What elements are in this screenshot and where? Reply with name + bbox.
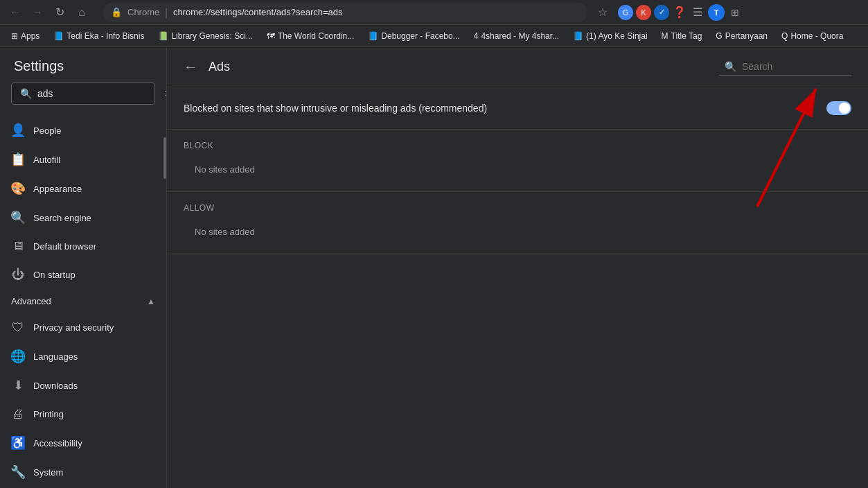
sidebar-item-label: Languages bbox=[33, 351, 78, 362]
nav-buttons: ← → ↻ ⌂ bbox=[6, 3, 91, 22]
bookmark-library[interactable]: 📗 Library Genesis: Sci... bbox=[152, 30, 258, 42]
browser-actions: ☆ G K ✓ ❓ ☰ T ⊞ bbox=[593, 3, 743, 22]
profile-avatar[interactable]: T bbox=[708, 4, 725, 21]
content-search-icon: 🔍 bbox=[725, 61, 736, 72]
sidebar-item-search-engine[interactable]: 🔍 Search engine bbox=[0, 203, 161, 232]
main-layout: Settings 🔍 × 👤 People 📋 Autofill 🎨 Appea… bbox=[0, 47, 868, 488]
sidebar-item-accessibility[interactable]: ♿ Accessibility bbox=[0, 428, 161, 458]
settings-search-input[interactable] bbox=[37, 88, 159, 99]
allow-no-sites: No sites added bbox=[184, 221, 851, 243]
sidebar-item-system[interactable]: 🔧 System bbox=[0, 458, 161, 487]
downloads-icon: ⬇ bbox=[11, 378, 25, 393]
scroll-indicator[interactable] bbox=[163, 137, 166, 179]
privacy-icon: 🛡 bbox=[11, 320, 25, 335]
reload-button[interactable]: ↻ bbox=[50, 3, 69, 22]
ext-icon-6[interactable]: ⊞ bbox=[727, 5, 743, 20]
allow-section-title: Allow bbox=[184, 203, 851, 213]
default-browser-icon: 🖥 bbox=[11, 239, 25, 254]
bookmark-titletag[interactable]: M Title Tag bbox=[656, 30, 708, 42]
block-section: Block No sites added bbox=[167, 130, 868, 192]
url-text: chrome://settings/content/ads?search=ads bbox=[173, 7, 343, 17]
ext-icon-2[interactable]: K bbox=[636, 5, 651, 20]
sidebar-item-label: On startup bbox=[33, 270, 76, 280]
sidebar-item-printing[interactable]: 🖨 Printing bbox=[0, 400, 161, 428]
chevron-up-icon: ▲ bbox=[147, 297, 155, 306]
sidebar-item-appearance[interactable]: 🎨 Appearance bbox=[0, 174, 161, 203]
sidebar-item-label: Autofill bbox=[33, 155, 60, 165]
address-bar[interactable]: 🔒 Chrome | chrome://settings/content/ads… bbox=[103, 3, 587, 22]
sidebar: Settings 🔍 × 👤 People 📋 Autofill 🎨 Appea… bbox=[0, 47, 166, 488]
sidebar-item-people[interactable]: 👤 People bbox=[0, 116, 161, 145]
sidebar-item-privacy-security[interactable]: 🛡 Privacy and security bbox=[0, 313, 161, 342]
search-clear-button[interactable]: × bbox=[164, 87, 166, 100]
block-section-title: Block bbox=[184, 141, 851, 150]
ads-back-button[interactable]: ← bbox=[184, 59, 197, 75]
bookmark-ayo[interactable]: 📘 (1) Ayo Ke Sinjai bbox=[567, 30, 653, 42]
settings-header: Settings 🔍 × bbox=[0, 47, 166, 110]
appearance-icon: 🎨 bbox=[11, 181, 25, 196]
sidebar-item-label: Downloads bbox=[33, 381, 78, 391]
sidebar-item-label: Printing bbox=[33, 409, 64, 419]
content-search-input[interactable] bbox=[742, 61, 846, 72]
settings-search-bar[interactable]: 🔍 × bbox=[11, 82, 155, 105]
bookmark-4shared[interactable]: 4️ 4shared - My 4shar... bbox=[468, 30, 565, 42]
sidebar-item-on-startup[interactable]: ⏻ On startup bbox=[0, 261, 161, 289]
sidebar-item-downloads[interactable]: ⬇ Downloads bbox=[0, 371, 161, 400]
bookmark-quora[interactable]: Q Home - Quora bbox=[776, 30, 849, 42]
settings-title: Settings bbox=[11, 58, 155, 74]
ads-setting-label: Blocked on sites that show intrusive or … bbox=[184, 103, 487, 114]
toggle-track[interactable] bbox=[826, 101, 851, 115]
search-icon: 🔍 bbox=[20, 88, 32, 99]
content-wrapper: ← Ads 🔍 Blocked on sites that show intru… bbox=[167, 47, 868, 254]
sidebar-item-autofill[interactable]: 📋 Autofill bbox=[0, 145, 161, 174]
ext-icon-1[interactable]: G bbox=[618, 5, 633, 20]
apps-icon: ⊞ bbox=[11, 31, 18, 41]
forward-button[interactable]: → bbox=[28, 3, 47, 22]
sidebar-item-label: System bbox=[33, 467, 63, 478]
sidebar-item-languages[interactable]: 🌐 Languages bbox=[0, 342, 161, 371]
home-button[interactable]: ⌂ bbox=[72, 3, 91, 22]
languages-icon: 🌐 bbox=[11, 349, 25, 364]
sidebar-nav: 👤 People 📋 Autofill 🎨 Appearance 🔍 Searc… bbox=[0, 110, 166, 488]
accessibility-icon: ♿ bbox=[11, 435, 25, 451]
lock-icon: 🔒 bbox=[111, 7, 122, 17]
sidebar-item-label: Default browser bbox=[33, 241, 96, 252]
search-engine-icon: 🔍 bbox=[11, 210, 25, 225]
people-icon: 👤 bbox=[11, 123, 25, 138]
bookmark-world[interactable]: 🗺 The World Coordin... bbox=[261, 30, 360, 42]
autofill-icon: 📋 bbox=[11, 152, 25, 167]
back-button[interactable]: ← bbox=[6, 3, 25, 22]
on-startup-icon: ⏻ bbox=[11, 268, 25, 282]
ext-icon-5[interactable]: ☰ bbox=[690, 5, 705, 20]
allow-section: Allow No sites added bbox=[167, 192, 868, 254]
sidebar-item-label: People bbox=[33, 125, 61, 136]
bookmark-pertanyaan[interactable]: G Pertanyaan bbox=[710, 30, 773, 42]
profile-area: G K ✓ ❓ ☰ T ⊞ bbox=[618, 4, 743, 21]
advanced-section-header[interactable]: Advanced ▲ bbox=[0, 289, 166, 313]
ads-page-title: Ads bbox=[209, 60, 230, 74]
ads-setting-row: Blocked on sites that show intrusive or … bbox=[167, 87, 868, 130]
ext-icon-3[interactable]: ✓ bbox=[654, 5, 669, 20]
ads-toggle[interactable] bbox=[826, 101, 851, 115]
library-icon: 📗 bbox=[158, 31, 168, 41]
sidebar-item-label: Privacy and security bbox=[33, 322, 114, 333]
sidebar-item-label: Accessibility bbox=[33, 438, 82, 448]
bookmark-apps[interactable]: ⊞ Apps bbox=[6, 30, 45, 42]
world-icon: 🗺 bbox=[267, 31, 275, 41]
sidebar-item-label: Appearance bbox=[33, 184, 82, 194]
ads-header: ← Ads 🔍 bbox=[167, 47, 868, 87]
browser-chrome: ← → ↻ ⌂ 🔒 Chrome | chrome://settings/con… bbox=[0, 0, 868, 25]
content-area: ← Ads 🔍 Blocked on sites that show intru… bbox=[166, 47, 868, 488]
site-name: Chrome bbox=[127, 7, 159, 17]
sidebar-item-label: Search engine bbox=[33, 213, 91, 223]
tedi-icon: 📘 bbox=[53, 31, 64, 41]
sidebar-item-default-browser[interactable]: 🖥 Default browser bbox=[0, 232, 161, 261]
bookmark-debugger[interactable]: 📘 Debugger - Facebo... bbox=[362, 30, 465, 42]
content-search[interactable]: 🔍 bbox=[719, 58, 851, 76]
ads-title-row: ← Ads bbox=[184, 59, 230, 75]
ext-icon-4[interactable]: ❓ bbox=[672, 5, 687, 20]
system-icon: 🔧 bbox=[11, 464, 25, 480]
star-button[interactable]: ☆ bbox=[593, 3, 612, 22]
advanced-label: Advanced bbox=[11, 296, 51, 306]
bookmark-tedi-eka[interactable]: 📘 Tedi Eka - Info Bisnis bbox=[48, 30, 150, 42]
